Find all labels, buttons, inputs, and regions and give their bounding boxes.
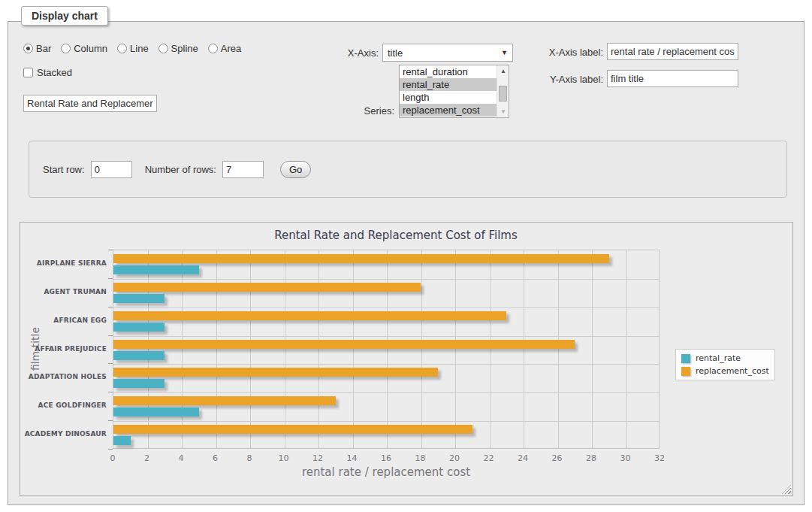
radio-label: Line xyxy=(130,43,149,54)
radio-label: Area xyxy=(221,43,241,54)
y-tick-mark xyxy=(108,278,113,279)
gridline-vertical xyxy=(490,250,491,448)
legend-entry-replacement_cost: replacement_cost xyxy=(681,366,769,376)
series-option-rental_rate[interactable]: rental_rate xyxy=(400,78,509,91)
bar-rental_rate xyxy=(113,407,199,417)
y-tick-mark xyxy=(108,307,113,308)
y-category-label: ACADEMY DINOSAUR xyxy=(20,430,107,438)
radio-button-icon[interactable] xyxy=(61,44,71,53)
go-button[interactable]: Go xyxy=(280,161,311,178)
gridline-vertical xyxy=(387,250,388,448)
gridline-vertical xyxy=(558,250,559,448)
y-category-label: AFFAIR PREJUDICE xyxy=(20,345,107,353)
chart-type-option-spline[interactable]: Spline xyxy=(158,43,198,54)
bar-replacement_cost xyxy=(113,396,336,405)
listbox-scrollbar[interactable]: ▲ ▼ xyxy=(497,65,509,117)
x-tick-label: 32 xyxy=(644,453,675,463)
radio-button-icon[interactable] xyxy=(23,44,33,53)
bar-rental_rate xyxy=(113,351,165,360)
gridline-horizontal xyxy=(113,364,659,365)
series-options: rental_durationrental_ratelengthreplacem… xyxy=(400,65,509,117)
scrollbar-down-arrow-icon[interactable]: ▼ xyxy=(497,106,509,117)
x-tick-label: 0 xyxy=(98,453,128,463)
bar-replacement_cost xyxy=(113,340,575,349)
page: Display chart BarColumnLineSplineArea St… xyxy=(0,0,812,512)
gridline-vertical xyxy=(353,250,354,448)
gridline-horizontal xyxy=(113,392,659,393)
series-option-replacement_cost[interactable]: replacement_cost xyxy=(400,104,509,117)
y-tick-mark xyxy=(108,363,113,364)
x-tick-label: 24 xyxy=(508,453,538,463)
x-axis-label-label: X-Axis label: xyxy=(528,47,603,58)
x-axis-select[interactable]: title ▼ xyxy=(382,44,513,62)
stacked-checkbox[interactable] xyxy=(23,68,33,77)
bar-replacement_cost xyxy=(113,368,438,377)
bar-rental_rate xyxy=(113,379,165,388)
stacked-checkbox-row: Stacked xyxy=(23,67,72,78)
chart-panel: Rental Rate and Replacement Cost of Film… xyxy=(20,222,793,496)
y-category-label: ACE GOLDFINGER xyxy=(20,401,107,409)
x-tick-label: 22 xyxy=(474,453,504,463)
bar-rental_rate xyxy=(113,294,165,303)
x-axis-select-label: X-Axis: xyxy=(305,47,379,59)
y-axis-label-input[interactable] xyxy=(607,70,738,87)
bar-rental_rate xyxy=(113,323,165,332)
start-row-input[interactable] xyxy=(91,161,132,178)
x-axis-title: rental rate / replacement cost xyxy=(113,465,660,479)
gridline-vertical xyxy=(524,250,524,448)
start-row-label: Start row: xyxy=(43,164,85,175)
gridline-vertical xyxy=(318,250,319,448)
gridline-vertical xyxy=(592,250,593,448)
x-axis-label-input[interactable] xyxy=(607,43,738,60)
y-tick-mark xyxy=(108,250,113,250)
gridline-vertical xyxy=(182,250,183,448)
display-chart-fieldset: Display chart BarColumnLineSplineArea St… xyxy=(8,21,804,505)
series-select-label: Series: xyxy=(321,105,394,117)
x-tick-label: 26 xyxy=(542,453,572,463)
stacked-label: Stacked xyxy=(37,67,72,78)
chart-title: Rental Rate and Replacement Cost of Film… xyxy=(20,229,771,242)
gridline-vertical xyxy=(285,250,285,448)
gridline-vertical xyxy=(216,250,217,448)
radio-label: Bar xyxy=(36,43,51,54)
x-tick-label: 8 xyxy=(234,453,264,463)
gridline-horizontal xyxy=(113,308,659,308)
series-option-rental_duration[interactable]: rental_duration xyxy=(400,65,509,78)
gridline-horizontal xyxy=(113,421,659,422)
x-axis-select-value: title xyxy=(388,47,403,59)
series-multiselect[interactable]: rental_durationrental_ratelengthreplacem… xyxy=(399,65,509,118)
x-tick-label: 4 xyxy=(166,453,196,463)
num-rows-input[interactable] xyxy=(222,161,264,178)
chart-type-option-bar[interactable]: Bar xyxy=(23,43,51,54)
scrollbar-thumb[interactable] xyxy=(499,86,507,101)
legend-swatch-icon xyxy=(681,367,690,376)
radio-button-icon[interactable] xyxy=(208,44,218,53)
x-tick-label: 16 xyxy=(371,453,401,463)
resize-handle-icon[interactable] xyxy=(782,485,791,494)
chart-type-option-line[interactable]: Line xyxy=(117,43,149,54)
chart-type-radio-group: BarColumnLineSplineArea xyxy=(23,43,241,54)
scrollbar-up-arrow-icon[interactable]: ▲ xyxy=(497,65,509,77)
select-dropdown-arrow-icon: ▼ xyxy=(501,49,508,56)
y-category-label: AGENT TRUMAN xyxy=(20,288,107,295)
radio-button-icon[interactable] xyxy=(158,44,168,53)
x-tick-label: 18 xyxy=(406,453,436,463)
series-option-length[interactable]: length xyxy=(400,91,509,104)
gridline-vertical xyxy=(421,250,422,448)
y-tick-mark xyxy=(108,335,113,336)
y-tick-mark xyxy=(108,449,113,450)
gridline-horizontal xyxy=(113,336,659,337)
bar-rental_rate xyxy=(113,436,131,445)
bar-rental_rate xyxy=(113,265,199,274)
x-tick-label: 2 xyxy=(132,453,162,463)
gridline-vertical xyxy=(250,250,251,448)
chart-type-option-column[interactable]: Column xyxy=(61,43,107,54)
bar-replacement_cost xyxy=(113,425,472,434)
chart-type-option-area[interactable]: Area xyxy=(208,43,241,54)
gridline-vertical xyxy=(455,250,456,448)
gridline-vertical xyxy=(626,250,627,448)
chart-title-input[interactable] xyxy=(23,95,157,112)
legend-label: replacement_cost xyxy=(696,366,769,376)
radio-label: Spline xyxy=(171,43,198,54)
radio-button-icon[interactable] xyxy=(117,44,127,53)
